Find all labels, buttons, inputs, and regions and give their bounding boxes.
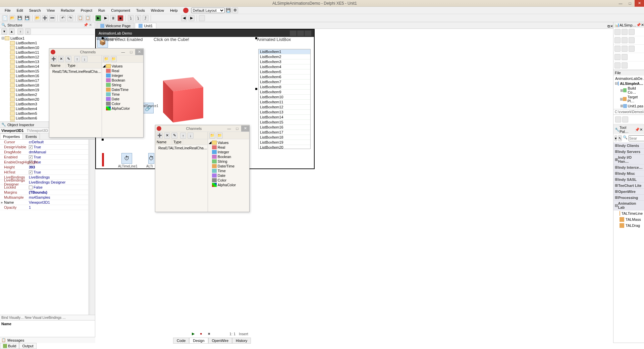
run-button[interactable]: ▶ [95, 15, 101, 21]
value-type-item[interactable]: AlphaColor [106, 106, 143, 111]
new-button[interactable]: 📄 [2, 15, 8, 21]
toolpal-pin-icon[interactable]: 📌 [635, 128, 640, 132]
proj-pin-icon[interactable]: 📌 [636, 23, 641, 27]
value-type-item[interactable]: Real [212, 145, 249, 150]
listbox-item[interactable]: ListBoxItem14 [259, 115, 310, 120]
animated-listbox[interactable]: ListBoxItem1ListBoxItem2ListBoxItem3List… [258, 49, 311, 149]
property-row[interactable]: DesignVisible✓True [0, 145, 88, 150]
tab-welcome[interactable]: Welcome Page [97, 23, 134, 29]
value-type-item[interactable]: Date [106, 97, 143, 101]
structure-collapse-button[interactable]: ▴ [9, 29, 15, 35]
toolpal-item[interactable]: TALDrag [613, 222, 644, 229]
listbox-item[interactable]: ListBoxItem1 [259, 49, 310, 54]
toolpal-category[interactable]: ⊞Processing [613, 195, 644, 201]
value-type-item[interactable]: Time [106, 92, 143, 97]
channels-min-button[interactable]: — [119, 49, 127, 55]
toolpal-category[interactable]: ⊞Indy SASL [613, 177, 644, 183]
doc-restore-icon[interactable]: ⧉ [607, 24, 610, 29]
toolpal-category[interactable]: ⊞Indy Servers [613, 149, 644, 155]
toolpalette-categories[interactable]: ⊞Indy Clients⊞Indy Servers⊞Indy I/O Han…… [613, 143, 644, 343]
component-timeline-icon[interactable]: ⏱ [121, 153, 132, 164]
channels-values-tree[interactable]: ◢ValuesRealIntegerBooleanStringDate/Time… [208, 139, 249, 212]
toolpal-item[interactable]: TALTimeLine [613, 210, 644, 216]
tab-history[interactable]: History [232, 338, 251, 344]
ch-folder2-button[interactable]: 📁 [111, 56, 117, 62]
toolpal-item[interactable]: TALMass [613, 216, 644, 222]
ch-up-button[interactable]: ↑ [74, 56, 80, 62]
value-type-item[interactable]: Color [212, 178, 249, 183]
proj-tb5[interactable] [622, 37, 628, 43]
listbox-item[interactable]: ListBoxItem13 [259, 110, 310, 115]
layout-select[interactable]: Default Layout [191, 8, 225, 13]
value-type-item[interactable]: Boolean [212, 154, 249, 159]
value-type-item[interactable]: Time [212, 168, 249, 173]
step-into-button[interactable]: ⤵ [135, 15, 141, 21]
component-alti-icon[interactable]: ⏱ [148, 153, 154, 164]
listbox-item[interactable]: ListBoxItem2 [259, 54, 310, 59]
step-over-button[interactable]: ⤵ [128, 15, 134, 21]
copy-button[interactable]: 📋 [77, 15, 84, 21]
menu-run[interactable]: Run [96, 7, 108, 13]
value-type-item[interactable]: Real [106, 68, 143, 73]
proj-tb6[interactable] [629, 37, 635, 43]
menu-tools[interactable]: Tools [133, 7, 148, 13]
toolpal-cats-button[interactable]: ▾ [614, 135, 617, 141]
tab-build[interactable]: Build [0, 343, 19, 349]
toolpal-category[interactable]: ⊞Indy Clients [613, 143, 644, 149]
ch-add-button[interactable]: ➕ [157, 133, 163, 139]
ch-add-button[interactable]: ➕ [51, 56, 57, 62]
property-grid[interactable]: CursorcrDefaultDesignVisible✓TrueDragMod… [0, 140, 88, 315]
nav-fwd-button[interactable]: ▶ [189, 15, 195, 21]
listbox-item[interactable]: ListBoxItem19 [259, 140, 310, 145]
listbox-item[interactable]: ListBoxItem15 [259, 120, 310, 125]
property-row[interactable]: Enabled✓True [0, 155, 88, 160]
doc-close-icon[interactable]: ✕ [610, 24, 613, 29]
redo-button[interactable]: ↷ [67, 15, 73, 21]
ch-folder2-button[interactable]: 📁 [217, 133, 223, 139]
tab-properties[interactable]: Properties [0, 134, 23, 139]
listbox-item[interactable]: ListBoxItem12 [259, 105, 310, 110]
tab-events[interactable]: Events [22, 134, 40, 139]
structure-expand-button[interactable]: ▾ [1, 29, 7, 35]
menu-window[interactable]: Window [148, 7, 167, 13]
channel-row[interactable]: Real1TALTimeLineRealCha… [50, 69, 101, 74]
proj-tb8[interactable] [622, 46, 628, 52]
proj-tb9[interactable] [629, 46, 635, 52]
ch-folder1-button[interactable]: 📁 [103, 56, 109, 62]
cube-shape[interactable] [150, 70, 210, 131]
ch-down-button[interactable]: ↓ [187, 133, 194, 139]
saveall-button[interactable]: 💾 [24, 15, 30, 21]
pause-button[interactable]: ⏸ [110, 15, 116, 21]
proj-tb2[interactable] [622, 29, 628, 35]
toolpal-category[interactable]: ⊞Indy Misc [613, 170, 644, 177]
proj-tb12[interactable] [614, 62, 621, 68]
open-project-button[interactable]: 📂 [35, 15, 41, 21]
proj-tb7[interactable] [614, 46, 621, 52]
property-row[interactable]: LiveBindings DesignerLiveBindings Design… [0, 180, 88, 185]
value-type-item[interactable]: Date/Time [212, 164, 249, 168]
toolpal-arrow-button[interactable]: ↖ [618, 135, 622, 141]
ch-del-button[interactable]: ✕ [58, 56, 64, 62]
value-type-item[interactable]: String [106, 83, 143, 87]
proj-tb13[interactable] [622, 62, 628, 68]
property-row[interactable]: Height393 [0, 165, 88, 170]
ch-col-type[interactable]: Type [172, 139, 183, 145]
channels-window-1[interactable]: Channels — □ ✕ ➕ ✕ ✎ ↑ ↓ Name Type Real1… [49, 48, 144, 138]
project-tree[interactable]: AnimationLabDe… ⊟ALSimpleA… ⊞Build Co… ⊞… [613, 76, 644, 109]
value-type-item[interactable]: AlphaColor [212, 183, 249, 187]
tab-openwire[interactable]: OpenWire [208, 338, 232, 344]
play-icon[interactable]: ▶ [192, 332, 197, 336]
ch-edit-button[interactable]: ✎ [171, 133, 177, 139]
listbox-item[interactable]: ListBoxItem11 [259, 100, 310, 105]
ch-col-type[interactable]: Type [66, 63, 77, 68]
value-type-item[interactable]: String [212, 159, 249, 164]
toolpal-category[interactable]: ⊞OpenWire [613, 189, 644, 195]
inspector-footer[interactable]: Bind Visually… New Visual LiveBindings … [0, 315, 95, 320]
tree-item[interactable]: ListBoxItem1 [1, 41, 94, 45]
menu-edit[interactable]: Edit [14, 7, 26, 13]
listbox-item[interactable]: ListBoxItem9 [259, 90, 310, 95]
property-row[interactable]: NameViewport3D1 [0, 200, 88, 205]
property-row[interactable]: LockedFalse [0, 185, 88, 190]
tab-design[interactable]: Design [189, 338, 208, 344]
value-type-item[interactable]: Date/Time [106, 87, 143, 92]
